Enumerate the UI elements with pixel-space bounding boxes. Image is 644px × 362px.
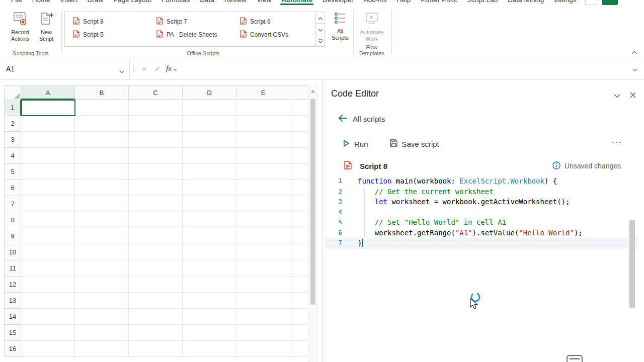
cell-c3[interactable] <box>129 132 183 148</box>
tab-draw[interactable]: Draw <box>83 0 109 6</box>
cell-a4[interactable] <box>21 148 75 164</box>
cell-a10[interactable] <box>21 244 75 260</box>
tab-xlwings[interactable]: xlwings <box>549 0 581 6</box>
row-header-6[interactable]: 6 <box>4 180 21 196</box>
scrollbar-thumb[interactable] <box>310 99 315 305</box>
row-header-4[interactable]: 4 <box>4 148 21 164</box>
tab-insert[interactable]: Insert <box>55 0 83 6</box>
cell-a3[interactable] <box>21 132 75 148</box>
sheet-vertical-scrollbar[interactable] <box>308 85 317 362</box>
cell-c12[interactable] <box>129 277 183 293</box>
cell-d1[interactable] <box>183 100 236 116</box>
script-item[interactable]: Script 8 <box>70 15 148 28</box>
cell-c11[interactable] <box>129 260 183 277</box>
row-header-14[interactable]: 14 <box>4 309 21 325</box>
cell-a1[interactable] <box>21 100 75 116</box>
cancel-entry-button[interactable]: × <box>138 58 151 79</box>
expand-formula-bar-button[interactable] <box>626 58 644 79</box>
cell-c16[interactable] <box>129 341 183 357</box>
row-header-15[interactable]: 15 <box>4 325 21 341</box>
cell-e16[interactable] <box>236 341 290 357</box>
more-options-button[interactable]: ··· <box>611 137 622 147</box>
drag-handle-dots[interactable]: ⋮ <box>130 58 138 79</box>
gallery-expand-button[interactable] <box>316 35 325 46</box>
cell-b14[interactable] <box>75 309 129 325</box>
cell-e7[interactable] <box>236 196 290 212</box>
script-item[interactable]: Convert CSVs <box>237 28 315 41</box>
cell-e5[interactable] <box>236 164 290 180</box>
cell-e6[interactable] <box>236 180 290 196</box>
cell-a5[interactable] <box>21 164 75 180</box>
select-all-corner[interactable] <box>4 86 21 100</box>
confirm-entry-button[interactable]: ✓ <box>151 58 164 79</box>
cell-c5[interactable] <box>129 164 183 180</box>
gallery-scroll-up-button[interactable] <box>316 12 325 24</box>
cell-d3[interactable] <box>183 132 236 148</box>
code-area[interactable]: 1function main(workbook: ExcelScript.Wor… <box>325 176 637 248</box>
cell-d13[interactable] <box>183 293 236 309</box>
cell-a2[interactable] <box>21 116 75 132</box>
cell-b5[interactable] <box>75 164 129 180</box>
cell-a9[interactable] <box>21 228 75 244</box>
cell-e4[interactable] <box>236 148 290 164</box>
tab-page-layout[interactable]: Page Layout <box>108 0 156 6</box>
scroll-up-arrow-icon[interactable] <box>309 85 317 97</box>
tab-power-pivot[interactable]: Power Pivot <box>416 0 462 6</box>
chevron-down-icon[interactable] <box>119 67 124 75</box>
cell-d5[interactable] <box>183 164 236 180</box>
cell-e1[interactable] <box>236 100 290 116</box>
cell-d12[interactable] <box>183 277 236 293</box>
cell-a12[interactable] <box>21 277 75 293</box>
cell-b15[interactable] <box>75 325 129 341</box>
cell-e12[interactable] <box>236 277 290 293</box>
cell-b3[interactable] <box>75 132 129 148</box>
tab-developer[interactable]: Developer <box>317 0 359 6</box>
cell-a13[interactable] <box>21 293 75 309</box>
new-script-button[interactable]: New Script <box>33 10 59 52</box>
close-panel-button[interactable] <box>628 90 638 101</box>
row-header-12[interactable]: 12 <box>4 277 21 293</box>
cell-e10[interactable] <box>236 244 290 260</box>
cell-c6[interactable] <box>129 180 183 196</box>
row-header-11[interactable]: 11 <box>4 260 21 277</box>
cell-c15[interactable] <box>129 325 183 341</box>
cell-c2[interactable] <box>129 116 183 132</box>
name-box[interactable]: A1 <box>0 58 130 79</box>
cell-e3[interactable] <box>236 132 290 148</box>
cell-b16[interactable] <box>75 341 129 357</box>
share-button[interactable] <box>602 0 618 5</box>
column-header-c[interactable]: C <box>129 86 183 100</box>
cell-a16[interactable] <box>21 341 75 357</box>
column-header-b[interactable]: B <box>75 86 129 100</box>
row-header-10[interactable]: 10 <box>4 244 21 260</box>
code-line-1[interactable]: 1function main(workbook: ExcelScript.Wor… <box>325 176 637 187</box>
script-item[interactable]: Script 5 <box>70 28 148 41</box>
formula-input[interactable] <box>179 58 626 79</box>
save-script-button[interactable]: Save script <box>389 139 439 149</box>
cell-d6[interactable] <box>183 180 236 196</box>
tab-help[interactable]: Help <box>392 0 416 6</box>
cell-b1[interactable] <box>75 100 129 116</box>
row-header-5[interactable]: 5 <box>4 164 21 180</box>
script-item[interactable]: Script 7 <box>153 15 232 28</box>
cell-d15[interactable] <box>183 325 236 341</box>
cell-b6[interactable] <box>75 180 129 196</box>
comments-button[interactable] <box>585 0 597 5</box>
code-line-2[interactable]: 2 // Get the current worksheet <box>325 187 637 197</box>
run-button[interactable]: Run <box>342 139 368 149</box>
cell-e15[interactable] <box>236 325 290 341</box>
cell-a11[interactable] <box>21 260 75 277</box>
tab-home[interactable]: Home <box>27 0 55 6</box>
cell-c7[interactable] <box>129 196 183 212</box>
column-header-d[interactable]: D <box>183 86 236 100</box>
code-scrollbar-thumb[interactable] <box>629 220 635 308</box>
cell-b9[interactable] <box>75 228 129 244</box>
code-line-3[interactable]: 3 let worksheet = workbook.getActiveWork… <box>325 197 637 207</box>
row-header-1[interactable]: 1 <box>4 100 21 116</box>
back-to-all-scripts[interactable]: All scripts <box>338 113 385 125</box>
row-header-16[interactable]: 16 <box>4 341 21 357</box>
cell-b7[interactable] <box>75 196 129 212</box>
tab-file[interactable]: File <box>6 0 27 6</box>
cell-c4[interactable] <box>129 148 183 164</box>
cell-a14[interactable] <box>21 309 75 325</box>
